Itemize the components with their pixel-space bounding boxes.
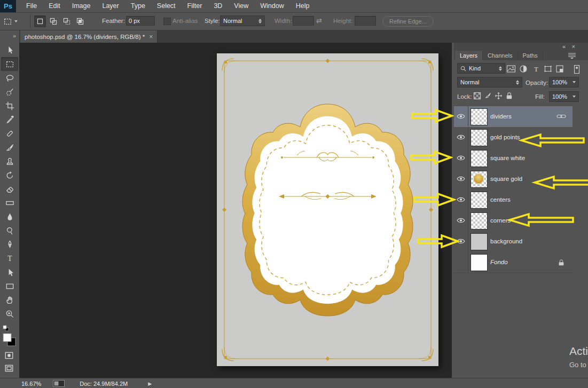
tool-dodge[interactable] [1, 224, 18, 237]
default-colors-icon[interactable] [3, 325, 9, 331]
collapse-panel-icon[interactable]: « [562, 43, 566, 50]
layer-thumbnail[interactable] [471, 192, 488, 209]
tool-zoom[interactable] [1, 307, 18, 321]
visibility-toggle[interactable] [454, 169, 468, 189]
tool-spot-healing-brush[interactable] [1, 126, 18, 140]
status-flyout-arrow-icon[interactable]: ▶ [148, 381, 152, 386]
layer-thumbnail[interactable] [471, 233, 488, 250]
tool-brush[interactable] [1, 140, 18, 154]
tab-close-icon[interactable]: × [149, 33, 153, 41]
menu-image[interactable]: Image [66, 0, 97, 12]
layer-row-square-white[interactable]: square white [454, 148, 573, 169]
visibility-toggle[interactable] [454, 210, 468, 231]
layer-name[interactable]: background [490, 238, 522, 244]
subtract-selection-mode-button[interactable] [61, 15, 73, 27]
menu-select[interactable]: Select [151, 0, 182, 12]
tab-channels[interactable]: Channels [483, 51, 518, 60]
layer-row-centers[interactable]: centers [454, 189, 573, 211]
layer-name[interactable]: gold points [490, 134, 520, 140]
tool-lasso[interactable] [1, 71, 18, 85]
tool-pen[interactable] [1, 237, 18, 251]
tool-rectangle[interactable] [1, 279, 18, 293]
fill-dropdown[interactable]: 100% [549, 91, 579, 102]
tool-path-selection[interactable] [1, 265, 18, 279]
tool-rectangular-marquee[interactable] [1, 57, 18, 71]
layer-thumbnail[interactable] [471, 212, 488, 229]
tool-history-brush[interactable] [1, 168, 18, 182]
layer-row-background[interactable]: background [454, 231, 573, 252]
layer-thumbnail[interactable] [471, 254, 488, 271]
layer-name[interactable]: square white [490, 155, 525, 161]
document-tab[interactable]: photoshop.psd @ 16.7% (dividers, RGB/8) … [20, 30, 158, 43]
menu-edit[interactable]: Edit [43, 0, 66, 12]
new-selection-mode-button[interactable] [34, 15, 46, 27]
close-panel-icon[interactable]: × [572, 43, 575, 50]
foreground-background-swatches[interactable] [2, 332, 17, 347]
width-input[interactable] [293, 16, 314, 26]
pixel-layer-filter-icon[interactable] [506, 65, 516, 73]
filter-toggle-icon[interactable] [574, 65, 580, 74]
canvas-pasteboard[interactable] [19, 43, 452, 378]
layer-name[interactable]: square gold [490, 176, 522, 182]
filter-kind-dropdown[interactable]: Kind [457, 63, 505, 74]
tool-horizontal-type[interactable]: T [1, 251, 18, 265]
lock-image-pixels-icon[interactable] [484, 92, 492, 100]
zoom-level[interactable]: 16.67% [21, 381, 41, 387]
blend-mode-dropdown[interactable]: Normal [457, 77, 522, 88]
visibility-toggle[interactable] [454, 252, 468, 272]
layer-thumbnail[interactable] [471, 171, 488, 188]
menu-type[interactable]: Type [125, 0, 151, 12]
menu-filter[interactable]: Filter [182, 0, 208, 12]
doc-size-info[interactable]: Doc: 24.9M/84.2M [80, 381, 128, 387]
quick-mask-icon[interactable] [4, 351, 14, 360]
tool-clone-stamp[interactable] [1, 154, 18, 168]
feather-input[interactable] [126, 16, 155, 26]
tab-paths[interactable]: Paths [518, 51, 543, 60]
tool-eraser[interactable] [1, 182, 18, 196]
menu-window[interactable]: Window [254, 0, 289, 12]
refine-edge-button[interactable]: Refine Edge... [382, 16, 434, 27]
lock-transparent-pixels-icon[interactable] [473, 92, 481, 100]
tool-hand[interactable] [1, 293, 18, 307]
lock-all-icon[interactable] [505, 92, 513, 100]
layer-row-fondo[interactable]: Fondo [454, 252, 573, 273]
layer-name[interactable]: centers [490, 196, 511, 203]
tool-move[interactable] [1, 43, 18, 57]
screen-mode-icon[interactable] [4, 363, 14, 373]
tool-blur[interactable] [1, 210, 18, 224]
adjustment-layer-filter-icon[interactable] [519, 65, 528, 73]
menu-3d[interactable]: 3D [208, 0, 228, 12]
anti-alias-checkbox[interactable] [163, 18, 171, 25]
layer-thumbnail[interactable] [471, 129, 488, 146]
toolbar-collapse-icon[interactable]: » [13, 33, 16, 39]
menu-layer[interactable]: Layer [96, 0, 124, 12]
layer-thumbnail[interactable] [471, 150, 488, 167]
height-input[interactable] [355, 16, 376, 26]
shape-layer-filter-icon[interactable] [544, 65, 552, 73]
intersect-selection-mode-button[interactable] [74, 15, 86, 27]
style-dropdown[interactable]: Normal [220, 15, 265, 26]
swap-dimensions-icon[interactable]: ⇄ [316, 17, 322, 25]
visibility-toggle[interactable] [454, 106, 468, 126]
layer-row-dividers[interactable]: dividers [454, 106, 573, 128]
add-selection-mode-button[interactable] [48, 15, 59, 27]
smart-object-filter-icon[interactable] [555, 65, 564, 73]
tool-preset-picker[interactable] [3, 15, 30, 28]
menu-file[interactable]: File [20, 0, 43, 12]
layer-name[interactable]: dividers [490, 113, 512, 120]
menu-view[interactable]: View [228, 0, 254, 12]
layer-thumbnail[interactable] [471, 108, 488, 125]
panel-menu-icon[interactable] [568, 52, 576, 59]
visibility-toggle[interactable] [454, 127, 468, 147]
tab-layers[interactable]: Layers [455, 51, 483, 60]
visibility-toggle[interactable] [454, 148, 468, 168]
lock-position-icon[interactable] [495, 92, 503, 100]
opacity-dropdown[interactable]: 100% [549, 77, 579, 88]
type-layer-filter-icon[interactable]: T [532, 65, 540, 73]
tool-crop[interactable] [1, 99, 18, 113]
tool-eyedropper[interactable] [1, 113, 18, 126]
tool-quick-selection[interactable] [1, 85, 18, 99]
document-canvas[interactable] [217, 53, 438, 366]
visibility-toggle[interactable] [454, 189, 468, 210]
tool-gradient[interactable] [1, 196, 18, 210]
